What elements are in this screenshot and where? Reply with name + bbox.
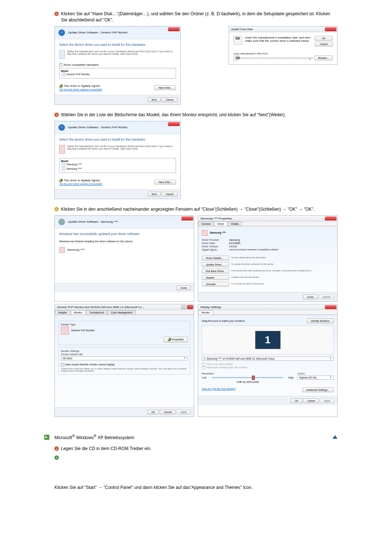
apply-button: Apply [176, 410, 191, 414]
monitor-icon [62, 163, 65, 166]
help-icon[interactable] [181, 305, 187, 309]
ok-button[interactable]: OK [291, 398, 302, 403]
show-compat-label: Show compatible hardware [64, 63, 99, 66]
uninstall-button[interactable]: Uninstall [202, 282, 229, 287]
install-msg: Insert the manufacturer's installation d… [245, 36, 312, 46]
res-high: High [289, 376, 294, 379]
close-icon[interactable] [168, 27, 180, 31]
tab-details[interactable]: Details [228, 222, 242, 226]
path-dropdown[interactable] [240, 57, 313, 59]
monitor-properties-dialog: Generic PnP Monitor and NVIDIA GeForce 6… [54, 304, 194, 417]
close-icon[interactable] [325, 216, 336, 220]
close-icon[interactable] [181, 216, 193, 220]
dialog-title: Samsung **** Properties [198, 216, 337, 222]
next-button[interactable]: Next [148, 192, 161, 197]
main-monitor-label: This is my main monitor [206, 363, 233, 365]
success-subtext: Windows has finished installing the driv… [59, 240, 189, 243]
res-low: Low [202, 376, 207, 379]
step9-text: Wählen Sie in der Liste der Bildschirme … [61, 112, 338, 118]
tab-general[interactable]: General [198, 222, 214, 226]
bullet-8: 8 [56, 12, 58, 16]
show-compat-checkbox[interactable] [59, 63, 62, 66]
details-desc: To view details about the driver files. [231, 256, 334, 259]
colors-dropdown[interactable]: Highest (32 bit) [297, 376, 334, 380]
cancel-button[interactable]: Cancel [160, 410, 176, 414]
cancel-button[interactable]: Cancel [162, 97, 177, 102]
back-icon[interactable] [58, 124, 65, 131]
have-disk-button[interactable]: Have Disk... [154, 180, 176, 185]
drag-text: Drag the icons to match your monitors. [202, 320, 245, 322]
tab-monitor[interactable]: Monitor [71, 310, 86, 315]
provider-label: Driver Provider: [202, 239, 229, 241]
cancel-button: Cancel [318, 295, 334, 299]
advanced-button[interactable]: Advanced Settings... [302, 388, 334, 392]
refresh-dropdown[interactable]: 60 Hertz [61, 356, 188, 360]
cancel-button[interactable]: Cancel [315, 42, 333, 46]
tab-color[interactable]: Color Management [107, 310, 136, 315]
model-listbox[interactable]: Model Samsung **** Samsung **** [59, 158, 176, 173]
svg-marker-3 [332, 435, 338, 439]
device-name: Samsung **** [210, 231, 226, 234]
monitor-icon [59, 247, 65, 253]
arrow-up-icon [332, 435, 338, 439]
extend-label: Extend the desktop onto this monitor [206, 366, 248, 369]
tab-driver[interactable]: Driver [214, 222, 228, 226]
dialog-title: Generic PnP Monitor and NVIDIA GeForce 6… [55, 304, 194, 310]
apply-button: Apply [320, 398, 334, 403]
resolution-value: 1280 by 1024 pixels [202, 381, 294, 383]
signing-link[interactable]: Tell me why driver signing is important [59, 88, 102, 91]
monitor-icon [62, 167, 65, 171]
hide-modes-desc: Clearing this check box allows you to se… [61, 368, 188, 372]
hide-modes-checkbox[interactable] [61, 363, 64, 366]
display-select[interactable]: 1. Samsung **** on NVIDIA GeForce 6600 L… [202, 357, 334, 361]
dialog-crumb: Update Driver Software - Samsung **** [68, 220, 118, 223]
date-value: 6/14/2005 [229, 242, 240, 244]
close-icon[interactable] [325, 305, 336, 309]
section-bullet-icon [44, 435, 49, 440]
close-button[interactable]: Close [176, 285, 191, 290]
tab-adapter[interactable]: Adapter [55, 310, 70, 315]
identify-button[interactable]: Identify Monitors [307, 319, 334, 323]
dialog-heading: Select the device driver you want to ins… [59, 43, 176, 46]
ok-button[interactable]: OK [315, 36, 333, 41]
update-driver-button[interactable]: Update Driver... [202, 262, 229, 267]
model-listbox[interactable]: Model Generic PnP Monitor [59, 68, 176, 78]
signing-link[interactable]: Tell me why driver signing is important [59, 183, 102, 185]
install-from-disk-dialog: Install From Disk Insert the manufacture… [229, 26, 338, 65]
close-icon[interactable] [168, 122, 180, 126]
xp-step2-text: Klicken Sie auf "Start" → "Control Panel… [54, 485, 338, 491]
back-icon[interactable] [58, 29, 65, 36]
close-icon[interactable] [325, 27, 336, 31]
shield-icon [59, 84, 63, 88]
dialog-subtext: Select the manufacturer and model of you… [67, 145, 176, 154]
disable-desc: Disables the selected device. [231, 275, 334, 278]
signer-label: Digital Signer: [202, 248, 229, 251]
best-display-link[interactable]: How do I get the best display? [202, 388, 236, 392]
tab-troubleshoot[interactable]: Troubleshoot [86, 310, 107, 315]
step10-text: Klicken Sie in den anschießend nacheinan… [61, 206, 338, 212]
rollback-button[interactable]: Roll Back Driver [202, 269, 229, 274]
ok-button[interactable]: OK [147, 410, 159, 414]
have-disk-button[interactable]: Have Disk... [154, 85, 176, 90]
window-controls [181, 305, 193, 309]
properties-button[interactable]: Properties [164, 337, 188, 343]
rollback-desc: If the device fails after updating the d… [231, 269, 334, 272]
copy-from-label: Copy manufacturer's files from: [233, 52, 333, 55]
driver-details-button[interactable]: Driver Details... [202, 256, 229, 260]
dialog-crumb: Update Driver Software - Generic PnP Mon… [68, 31, 127, 34]
tab-monitor[interactable]: Monitor [198, 310, 213, 315]
cancel-button[interactable]: Cancel [162, 192, 177, 197]
cancel-button[interactable]: Cancel [303, 398, 319, 403]
resolution-slider[interactable] [212, 377, 283, 378]
colors-label: Colors: [297, 372, 334, 375]
close-icon[interactable] [187, 305, 193, 309]
disable-button[interactable]: Disable [202, 275, 229, 280]
monitor-settings-label: Monitor Settings [61, 350, 188, 352]
browse-button[interactable]: Browse... [314, 56, 333, 60]
close-button[interactable]: Close [303, 295, 318, 299]
update-desc: To update the driver software for this d… [231, 262, 334, 265]
next-button[interactable]: Next [148, 97, 161, 102]
model-header: Model [61, 70, 174, 72]
monitor-type-label: Monitor Type [61, 323, 188, 326]
monitor-1-icon[interactable]: 1 [255, 331, 281, 349]
